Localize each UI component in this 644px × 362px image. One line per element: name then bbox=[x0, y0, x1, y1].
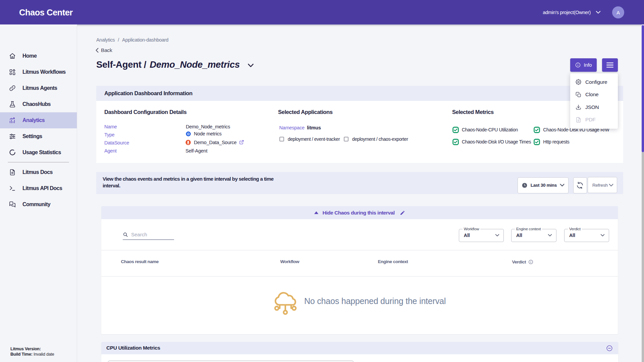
chevron-down-icon bbox=[548, 234, 552, 237]
sidebar-item-analytics[interactable]: Analytics bbox=[0, 112, 77, 128]
table-header-bottom-border bbox=[101, 276, 618, 277]
sidebar-item-label: Litmus API Docs bbox=[22, 185, 62, 191]
verdict-filter-select[interactable]: Verdict All bbox=[564, 229, 609, 242]
terminal-icon bbox=[9, 185, 16, 192]
sidebar-item-label: Litmus Workflows bbox=[22, 69, 66, 75]
time-interval-message: View the chaos events and metrics in a g… bbox=[103, 176, 275, 189]
checkbox-checked-disk-io-rw[interactable] bbox=[534, 127, 540, 133]
file-icon bbox=[576, 117, 581, 123]
hide-chaos-toggle[interactable]: Hide Chaos during this interval bbox=[101, 206, 618, 219]
checkbox-checked-disk-io-times[interactable] bbox=[452, 139, 459, 145]
cpu-utilization-panel: CPU Utilization Metrics bbox=[101, 342, 618, 362]
chaos-events-card: Hide Chaos during this interval Workflow… bbox=[101, 206, 618, 334]
sidebar: Home Litmus Workflows Litmus Agents Chao… bbox=[0, 24, 77, 362]
sliders-icon bbox=[9, 133, 16, 140]
engine-context-filter-select[interactable]: Engine context All bbox=[511, 229, 556, 242]
sidebar-nav: Home Litmus Workflows Litmus Agents Chao… bbox=[0, 48, 77, 213]
triangle-up-icon bbox=[314, 211, 319, 214]
build-time-value: Invalid date bbox=[34, 352, 54, 357]
external-link-icon[interactable] bbox=[239, 140, 244, 145]
menu-item-clone[interactable]: Clone bbox=[570, 88, 618, 101]
sidebar-item-chaoshubs[interactable]: ChaosHubs bbox=[0, 96, 77, 112]
sidebar-item-home[interactable]: Home bbox=[0, 48, 77, 64]
cpu-panel-header: CPU Utilization Metrics bbox=[101, 342, 618, 354]
build-time-label: Build Time: bbox=[10, 352, 33, 357]
hide-chaos-label: Hide Chaos during this interval bbox=[322, 210, 394, 216]
config-value-type: Node metrics bbox=[194, 131, 221, 136]
sidebar-item-litmus-agents[interactable]: Litmus Agents bbox=[0, 80, 77, 96]
metrics-heading: Selected Metrics bbox=[452, 109, 494, 115]
checkbox-chaos-exporter[interactable] bbox=[344, 137, 348, 141]
sidebar-item-litmus-docs[interactable]: Litmus Docs bbox=[0, 164, 77, 180]
breadcrumb-analytics[interactable]: Analytics bbox=[96, 37, 115, 43]
menu-item-label: JSON bbox=[585, 104, 599, 110]
project-switcher[interactable]: admin's project(Owner) bbox=[543, 0, 601, 24]
document-icon bbox=[9, 169, 16, 176]
config-label-datasource: DataSource bbox=[104, 140, 129, 145]
scrollbar-track[interactable] bbox=[642, 152, 644, 362]
dashboard-menu-dropdown: Configure Clone JSON PDF bbox=[570, 73, 618, 129]
panel-header: Application Dashboard Information bbox=[96, 86, 623, 101]
sync-icon bbox=[576, 182, 584, 189]
refresh-interval-select[interactable]: Refresh bbox=[588, 177, 617, 193]
info-circle-icon[interactable] bbox=[528, 259, 533, 264]
link-icon bbox=[9, 84, 16, 92]
sidebar-item-litmus-api-docs[interactable]: Litmus API Docs bbox=[0, 180, 77, 196]
column-workflow: Workflow bbox=[280, 259, 299, 264]
sidebar-item-litmus-workflows[interactable]: Litmus Workflows bbox=[0, 64, 77, 80]
configuration-heading: Dashboard Configuration Details bbox=[104, 109, 186, 115]
config-label-agent: Agent bbox=[104, 148, 117, 154]
time-range-select[interactable]: Last 30 mins bbox=[518, 177, 569, 193]
checkbox-checked-http-requests[interactable] bbox=[534, 139, 540, 145]
menu-item-pdf[interactable]: PDF bbox=[570, 114, 618, 126]
search-icon bbox=[123, 232, 128, 237]
menu-item-configure[interactable]: Configure bbox=[570, 76, 618, 88]
chevron-down-icon bbox=[600, 234, 605, 237]
cpu-panel-title: CPU Utilization Metrics bbox=[106, 345, 160, 351]
app-header: Chaos Center admin's project(Owner) A bbox=[0, 0, 644, 24]
avatar[interactable]: A bbox=[612, 6, 624, 18]
dashboard-name: Demo_Node_metrics bbox=[150, 59, 239, 70]
column-verdict: Verdict bbox=[512, 259, 533, 264]
info-button[interactable]: Info bbox=[570, 58, 597, 72]
workflow-filter-label: Workflow bbox=[463, 227, 480, 231]
chevron-down-icon bbox=[596, 11, 601, 14]
menu-item-label: Clone bbox=[585, 92, 599, 98]
sidebar-item-label: Litmus Agents bbox=[22, 85, 57, 91]
chevron-down-icon bbox=[609, 184, 613, 187]
search-input[interactable] bbox=[131, 232, 171, 237]
applications-heading: Selected Applications bbox=[278, 109, 332, 115]
back-button[interactable]: Back bbox=[96, 47, 112, 53]
namespace-label: Namespace bbox=[279, 125, 305, 130]
cloud-network-icon bbox=[273, 291, 300, 316]
scrollbar-thumb[interactable] bbox=[642, 25, 644, 152]
sidebar-item-community[interactable]: Community bbox=[0, 196, 77, 213]
collapse-minus-icon[interactable] bbox=[606, 345, 613, 352]
project-name: admin's project(Owner) bbox=[543, 10, 591, 15]
checkbox-checked-cpu-utilization[interactable] bbox=[452, 127, 459, 133]
time-range-value: Last 30 mins bbox=[531, 183, 557, 188]
panel-body: Dashboard Configuration Details Name Typ… bbox=[96, 101, 623, 163]
sidebar-item-label: Litmus Docs bbox=[22, 169, 53, 175]
time-interval-bar: View the chaos events and metrics in a g… bbox=[96, 172, 623, 194]
menu-item-json[interactable]: JSON bbox=[570, 101, 618, 114]
sidebar-item-settings[interactable]: Settings bbox=[0, 128, 77, 144]
dashboard-switch-chevron-icon[interactable] bbox=[248, 64, 254, 67]
checkbox-event-tracker[interactable] bbox=[279, 137, 284, 141]
pencil-icon[interactable] bbox=[400, 210, 405, 216]
back-label: Back bbox=[101, 47, 112, 53]
analytics-icon bbox=[9, 117, 16, 124]
dashboard-menu-button[interactable] bbox=[602, 58, 618, 72]
workflow-filter-select[interactable]: Workflow All bbox=[459, 229, 504, 242]
page-title: Self-Agent / Demo_Node_metrics bbox=[96, 59, 254, 70]
sidebar-item-usage-statistics[interactable]: Usage Statistics bbox=[0, 144, 77, 161]
search-field bbox=[123, 232, 174, 240]
app-title: Chaos Center bbox=[19, 7, 73, 17]
info-button-label: Info bbox=[584, 62, 592, 68]
litmus-version-label: Litmus Version: bbox=[10, 347, 41, 351]
breadcrumb-application-dashboard[interactable]: Application-dashboard bbox=[122, 37, 168, 43]
config-value-name: Demo_Node_metrics bbox=[186, 124, 230, 129]
sidebar-item-label: Usage Statistics bbox=[22, 149, 61, 156]
refresh-now-button[interactable] bbox=[573, 177, 587, 193]
config-label-type: Type bbox=[104, 132, 114, 137]
